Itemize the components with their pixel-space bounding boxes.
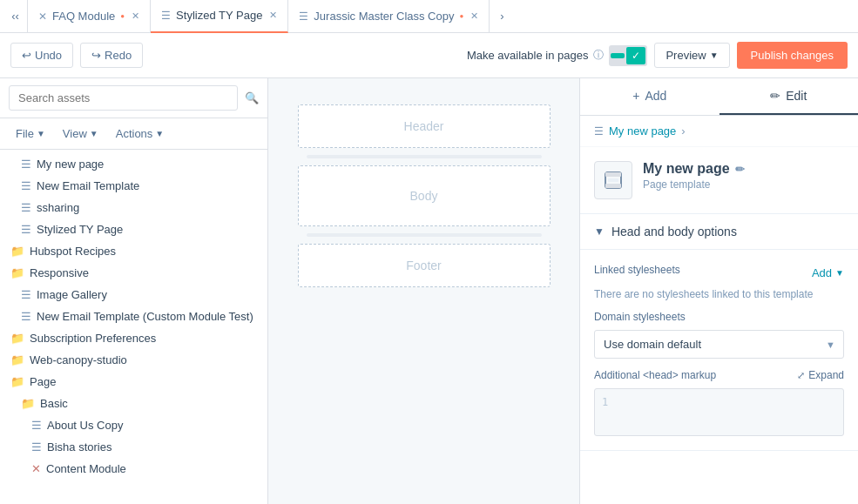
tab-stylized-ty[interactable]: ☰ Stylized TY Page ✕ [151, 0, 288, 33]
tab-more-button[interactable]: › [490, 0, 514, 33]
right-panel: + Add ✏ Edit ☰ My new page › [579, 78, 858, 504]
undo-button[interactable]: ↩ Undo [10, 43, 73, 68]
doc-icon: ☰ [31, 440, 42, 454]
toggle-on-state[interactable] [611, 53, 625, 58]
tab-faq-close[interactable]: ✕ [132, 10, 139, 22]
expand-icon: ⤢ [797, 370, 805, 381]
sidebar-item-new-email-custom[interactable]: ☰ New Email Template (Custom Module Test… [0, 306, 267, 327]
sidebar-item-label: Basic [40, 397, 260, 410]
panel-stylesheets: Linked stylesheets Add ▼ There are no st… [580, 250, 858, 451]
sidebar-item-bisha-stories[interactable]: ☰ Bisha stories [0, 436, 267, 458]
doc-icon: ☰ [21, 201, 31, 214]
publish-button[interactable]: Publish changes [737, 42, 848, 69]
make-available-section: Make available in pages ⓘ ✓ [467, 45, 647, 66]
sidebar-item-label: ssharing [37, 201, 260, 214]
preview-button[interactable]: Preview ▼ [654, 43, 729, 68]
tab-stylized-label: Stylized TY Page [176, 9, 262, 22]
add-plus-icon: + [632, 89, 639, 103]
redo-icon: ↪ [91, 49, 101, 62]
doc-icon: ☰ [21, 310, 31, 323]
tab-collapse-button[interactable]: ‹‹ [3, 0, 28, 33]
expand-button[interactable]: ⤢ Expand [797, 369, 844, 381]
breadcrumb-chevron-icon: › [681, 124, 685, 138]
toggle-check-state[interactable]: ✓ [626, 47, 645, 64]
search-input[interactable] [9, 85, 238, 111]
domain-stylesheets-label: Domain stylesheets [594, 311, 844, 323]
page-template-label: Page template [643, 178, 844, 191]
tab-faq-module[interactable]: ✕ FAQ Module ● ✕ [28, 0, 151, 33]
toolbar: ↩ Undo ↪ Redo Make available in pages ⓘ … [0, 33, 858, 78]
sidebar-item-my-new-page[interactable]: ☰ My new page [0, 153, 267, 175]
code-editor[interactable]: 1 [594, 388, 844, 436]
folder-icon: 📁 [21, 397, 35, 410]
edit-name-icon[interactable]: ✏ [735, 163, 745, 176]
sidebar-item-label: New Email Template [37, 179, 260, 192]
actions-menu-button[interactable]: Actions ▼ [109, 124, 172, 144]
toggle-switch[interactable]: ✓ [609, 45, 647, 66]
view-label: View [63, 127, 87, 140]
page-details: My new page ✏ Page template [643, 161, 844, 191]
linked-stylesheets-row: Linked stylesheets Add ▼ [594, 264, 844, 281]
sidebar-item-web-canopy[interactable]: 📁 Web-canopy-studio [0, 349, 267, 371]
sidebar-item-label: New Email Template (Custom Module Test) [37, 310, 260, 323]
tab-jurassic-dot: ● [459, 12, 463, 20]
x-icon: ✕ [31, 462, 41, 475]
file-menu-button[interactable]: File ▼ [9, 124, 52, 144]
page-name: My new page ✏ [643, 161, 844, 177]
publish-label: Publish changes [751, 49, 834, 62]
sidebar-item-new-email-template[interactable]: ☰ New Email Template [0, 175, 267, 197]
section-head-body[interactable]: ▼ Head and body options [580, 214, 858, 250]
body-label: Body [410, 189, 438, 203]
sidebar-item-stylized-ty-page[interactable]: ☰ Stylized TY Page [0, 218, 267, 240]
tab-jurassic-icon: ☰ [299, 10, 308, 23]
sidebar-item-image-gallery[interactable]: ☰ Image Gallery [0, 284, 267, 306]
sidebar-item-label: Hubspot Recipes [30, 245, 260, 258]
breadcrumb: ☰ My new page › [580, 116, 858, 147]
right-panel-content: ☰ My new page › My new page [580, 116, 858, 504]
sidebar-item-label: Subscription Preferences [30, 332, 260, 345]
make-available-label: Make available in pages [467, 49, 588, 62]
domain-select[interactable]: Use domain default [594, 330, 844, 359]
sidebar-item-content-module[interactable]: ✕ Content Module [0, 458, 267, 480]
sidebar-item-page[interactable]: 📁 Page [0, 371, 267, 393]
section-title: Head and body options [611, 225, 737, 239]
redo-button[interactable]: ↪ Redo [80, 43, 143, 68]
page-template: Header Body Footer [298, 104, 551, 287]
sidebar-item-hubspot-recipes[interactable]: 📁 Hubspot Recipes [0, 240, 267, 262]
search-icon[interactable]: 🔍 [245, 91, 259, 104]
linked-stylesheets-label: Linked stylesheets [594, 264, 680, 276]
tab-faq-label: FAQ Module [52, 10, 115, 23]
template-header-section: Header [298, 104, 551, 148]
tab-stylized-icon: ☰ [161, 10, 171, 22]
breadcrumb-label[interactable]: My new page [609, 124, 676, 138]
doc-icon: ☰ [21, 288, 31, 301]
template-body-section: Body [298, 165, 551, 226]
edit-pencil-icon: ✏ [770, 89, 780, 103]
tab-jurassic-close[interactable]: ✕ [470, 10, 478, 22]
add-stylesheet-button[interactable]: Add ▼ [812, 266, 844, 279]
sidebar-item-ssharing[interactable]: ☰ ssharing [0, 197, 267, 218]
sidebar-item-label: Bisha stories [47, 440, 260, 454]
sidebar-item-label: Image Gallery [37, 288, 260, 301]
canvas-area[interactable]: Header Body Footer ↗ [268, 78, 579, 504]
sidebar-item-responsive[interactable]: 📁 Responsive [0, 262, 267, 284]
no-stylesheets-text: There are no stylesheets linked to this … [594, 288, 844, 300]
sidebar-item-basic[interactable]: 📁 Basic [0, 393, 267, 414]
template-footer-section: Footer [298, 244, 551, 287]
sidebar-item-subscription[interactable]: 📁 Subscription Preferences [0, 327, 267, 349]
tab-add[interactable]: + Add [580, 78, 720, 115]
tab-bar: ‹‹ ✕ FAQ Module ● ✕ ☰ Stylized TY Page ✕… [0, 0, 858, 33]
sidebar-item-label: Content Module [46, 462, 260, 475]
tab-edit[interactable]: ✏ Edit [720, 78, 859, 115]
svg-rect-2 [605, 184, 621, 188]
tab-jurassic[interactable]: ☰ Jurassic Master Class Copy ● ✕ [288, 0, 490, 33]
file-label: File [16, 127, 34, 140]
sidebar-item-about-us-copy[interactable]: ☰ About Us Copy [0, 414, 267, 436]
tab-stylized-close[interactable]: ✕ [269, 10, 277, 21]
view-menu-button[interactable]: View ▼ [56, 124, 105, 144]
markup-label: Additional <head> markup [594, 369, 716, 381]
header-label: Header [404, 119, 444, 133]
folder-icon: 📁 [10, 353, 24, 366]
folder-icon: 📁 [10, 375, 24, 388]
tab-faq-dot: ● [120, 12, 125, 20]
